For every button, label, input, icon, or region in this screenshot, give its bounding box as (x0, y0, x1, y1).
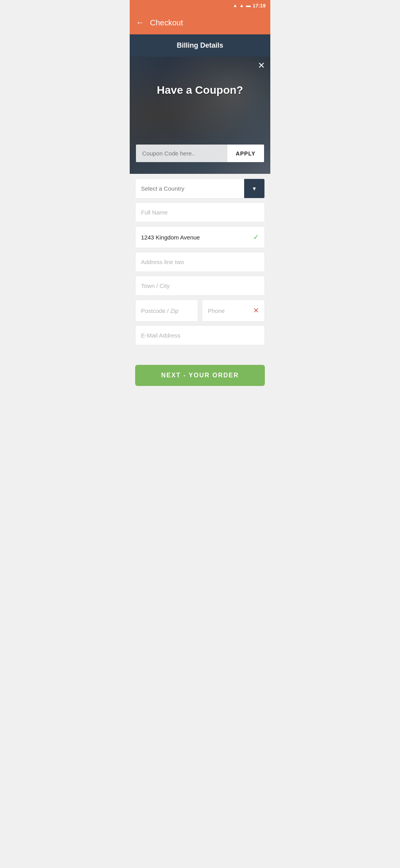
wifi-icon: ▲ (233, 3, 238, 8)
phone-invalid-icon: ✕ (253, 306, 259, 315)
address2-field (135, 252, 265, 272)
next-order-button[interactable]: NEXT - YOUR ORDER (135, 365, 265, 386)
form-section: ▾ ✓ ✕ (130, 174, 270, 357)
status-time: 17:19 (253, 3, 266, 9)
coupon-close-button[interactable]: ✕ (258, 61, 265, 70)
postcode-phone-row: ✕ (135, 300, 265, 321)
coupon-apply-button[interactable]: APPLY (227, 145, 264, 162)
status-icons: ▲ ▲ ▬ 17:19 (233, 3, 266, 9)
coupon-title: Have a Coupon? (136, 84, 264, 96)
address2-input[interactable] (141, 259, 259, 265)
coupon-input-row: APPLY (136, 145, 264, 162)
fullname-field (135, 202, 265, 222)
email-field (135, 325, 265, 345)
phone-input[interactable] (208, 307, 250, 314)
coupon-section: ✕ Have a Coupon? APPLY (130, 57, 270, 174)
battery-icon: ▬ (246, 3, 251, 8)
status-bar: ▲ ▲ ▬ 17:19 (130, 0, 270, 11)
billing-title: Billing Details (177, 41, 223, 49)
postcode-input[interactable] (141, 307, 192, 314)
postcode-field (135, 300, 198, 321)
back-button[interactable]: ← (136, 18, 145, 28)
country-dropdown-button[interactable]: ▾ (244, 179, 264, 198)
header: ← Checkout (130, 11, 270, 34)
city-field (135, 276, 265, 296)
billing-banner: Billing Details (130, 34, 270, 57)
chevron-down-icon: ▾ (253, 185, 256, 192)
phone-field: ✕ (202, 300, 265, 321)
header-title: Checkout (150, 18, 183, 27)
address1-valid-icon: ✓ (253, 233, 259, 241)
next-button-container: NEXT - YOUR ORDER (130, 357, 270, 398)
fullname-input[interactable] (141, 209, 259, 216)
address1-input[interactable] (141, 234, 250, 241)
coupon-input[interactable] (136, 145, 227, 162)
address1-field: ✓ (135, 226, 265, 248)
signal-icon: ▲ (239, 3, 244, 8)
city-input[interactable] (141, 282, 259, 289)
email-input[interactable] (141, 332, 259, 339)
country-input[interactable] (136, 179, 244, 198)
country-field: ▾ (135, 179, 265, 198)
